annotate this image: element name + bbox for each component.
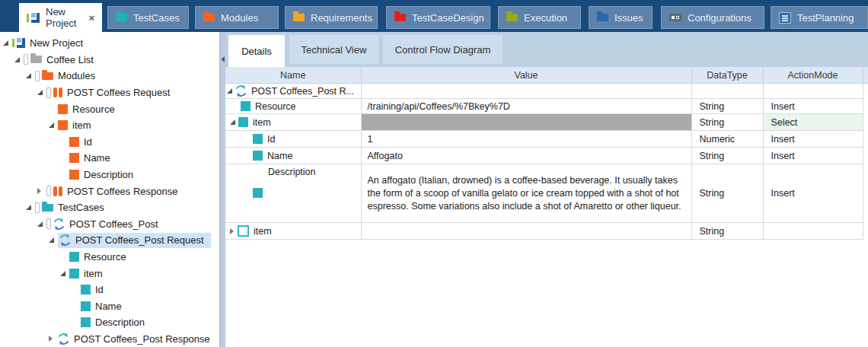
handle-icon — [35, 202, 40, 213]
cell-value[interactable]: Affogato — [362, 151, 691, 161]
cell-value[interactable]: An affogato (Italian, drowned) is a coff… — [362, 171, 691, 216]
tree-item-post-coffees-post-response[interactable]: POST Coffees_Post Response — [0, 331, 219, 347]
square-icon — [58, 104, 68, 114]
cell-datatype[interactable]: String — [692, 117, 763, 128]
folder-icon — [394, 14, 406, 21]
handle-icon — [46, 186, 51, 196]
tree-item-new-project[interactable]: New Project — [0, 35, 219, 52]
main-tab-bar: New Project × TestCases Modules Requirem… — [0, 0, 868, 32]
expander-open-icon[interactable] — [3, 40, 8, 46]
tree-item-description[interactable]: Description — [0, 167, 219, 183]
tree-item-post-coffees-request[interactable]: POST Coffees Request — [0, 84, 219, 101]
expander-open-icon[interactable] — [37, 221, 43, 227]
tree-item-name[interactable]: Name — [0, 150, 219, 167]
module-icon — [53, 186, 62, 196]
cell-value[interactable]: /training/api/Coffees/%7Bkey%7D — [362, 101, 691, 112]
cell-actionmode[interactable]: Insert — [764, 134, 863, 145]
tab-requirements[interactable]: Requirements — [285, 6, 378, 29]
cell-datatype[interactable]: String — [692, 151, 763, 161]
tab-new-project[interactable]: New Project × — [19, 3, 102, 32]
table-row-item[interactable]: item String Select — [225, 114, 868, 131]
table-row-root[interactable]: POST Coffees_Post R... — [225, 84, 868, 99]
tab-testcases[interactable]: TestCases — [107, 6, 189, 29]
expander-open-icon[interactable] — [26, 205, 31, 210]
square-icon — [69, 252, 79, 262]
tree-item-testcases[interactable]: TestCases — [0, 199, 219, 216]
column-header-filler — [863, 67, 868, 84]
tree-item-post-coffees-post-request[interactable]: POST Coffees_Post Request — [0, 232, 219, 249]
tree-item-modules[interactable]: Modules — [0, 68, 219, 84]
cell-value-selected[interactable] — [361, 114, 691, 131]
tab-execution[interactable]: Execution — [498, 6, 581, 29]
expander-open-icon[interactable] — [37, 90, 43, 95]
tab-control-flow-diagram[interactable]: Control Flow Diagram — [383, 35, 503, 64]
tree-item-id[interactable]: Id — [0, 134, 219, 151]
folder-icon — [293, 14, 305, 21]
tab-label: TestCases — [133, 12, 180, 24]
tab-configurations[interactable]: Configurations — [661, 6, 764, 29]
tree-item-description-2[interactable]: Description — [0, 314, 219, 331]
close-icon[interactable]: × — [88, 12, 94, 24]
tree-item-coffee-list[interactable]: Coffee List — [0, 52, 219, 68]
tree-item-post-coffees-post[interactable]: POST Coffees_Post — [0, 216, 219, 233]
column-header-actionmode: ActionMode — [763, 67, 863, 84]
expander-open-icon[interactable] — [14, 57, 20, 62]
cell-actionmode[interactable]: Insert — [764, 101, 863, 112]
cell-datatype[interactable]: String — [692, 226, 763, 237]
cell-actionmode[interactable]: Insert — [764, 151, 863, 161]
tree-item-resource-2[interactable]: Resource — [0, 249, 219, 266]
table-header-row: Name Value DataType ActionMode — [225, 67, 868, 84]
folder-icon — [116, 14, 127, 21]
square-icon — [58, 120, 68, 130]
expander-open-icon[interactable] — [60, 271, 65, 276]
cell-datatype[interactable]: Numeric — [692, 134, 763, 145]
tree-item-resource[interactable]: Resource — [0, 100, 219, 117]
square-icon — [81, 301, 91, 311]
table-row-description[interactable]: Description An affogato (Italian, drowne… — [225, 164, 868, 223]
cell-datatype[interactable]: String — [692, 188, 763, 199]
handle-icon — [46, 218, 51, 229]
tree-item-item[interactable]: item — [0, 117, 219, 134]
tab-issues[interactable]: Issues — [589, 6, 653, 29]
selected-tree-row[interactable]: POST Coffees_Post Request — [58, 233, 211, 248]
tree-item-id-2[interactable]: Id — [0, 282, 219, 298]
panel-splitter[interactable] — [219, 32, 225, 347]
table-row-id[interactable]: Id 1 Numeric Insert — [225, 131, 868, 148]
square-icon — [238, 117, 248, 127]
square-icon — [69, 153, 79, 163]
cell-datatype[interactable]: String — [692, 101, 763, 112]
handle-icon — [46, 88, 51, 98]
expander-open-icon[interactable] — [49, 123, 54, 128]
expander-open-icon[interactable] — [26, 73, 31, 78]
tab-testcasedesign[interactable]: TestCaseDesign — [386, 6, 490, 29]
table-row-resource[interactable]: Resource /training/api/Coffees/%7Bkey%7D… — [225, 99, 868, 114]
table-row-name[interactable]: Name Affogato String Insert — [225, 148, 868, 164]
expander-open-icon[interactable] — [227, 88, 232, 94]
expander-open-icon[interactable] — [49, 237, 54, 243]
project-logo-icon — [12, 38, 25, 48]
square-icon — [69, 170, 79, 180]
cell-actionmode[interactable]: Select — [764, 117, 863, 128]
tab-testplanning[interactable]: TestPlanning — [771, 6, 868, 29]
cell-actionmode[interactable]: Insert — [764, 188, 863, 199]
tab-details[interactable]: Details — [228, 35, 285, 67]
square-icon — [241, 101, 251, 111]
table-row-item-2[interactable]: item String — [225, 223, 868, 240]
detail-panel: Details Technical View Control Flow Diag… — [225, 32, 868, 347]
collapse-panel-icon[interactable] — [221, 56, 225, 62]
expander-closed-icon[interactable] — [49, 336, 53, 342]
app-window: New Project × TestCases Modules Requirem… — [0, 0, 868, 347]
tree-item-post-coffees-response[interactable]: POST Coffees Response — [0, 183, 219, 199]
expander-closed-icon[interactable] — [230, 228, 234, 234]
tree-item-name-2[interactable]: Name — [0, 298, 219, 315]
tree-item-item-2[interactable]: item — [0, 265, 219, 282]
column-header-datatype: DataType — [691, 67, 763, 84]
square-icon — [69, 269, 79, 279]
expander-open-icon[interactable] — [230, 119, 235, 125]
folder-icon — [203, 14, 215, 21]
tab-modules[interactable]: Modules — [195, 6, 279, 29]
cell-value[interactable]: 1 — [362, 134, 691, 145]
expander-closed-icon[interactable] — [37, 188, 41, 194]
tab-technical-view[interactable]: Technical View — [289, 35, 378, 64]
folder-icon — [506, 14, 518, 21]
